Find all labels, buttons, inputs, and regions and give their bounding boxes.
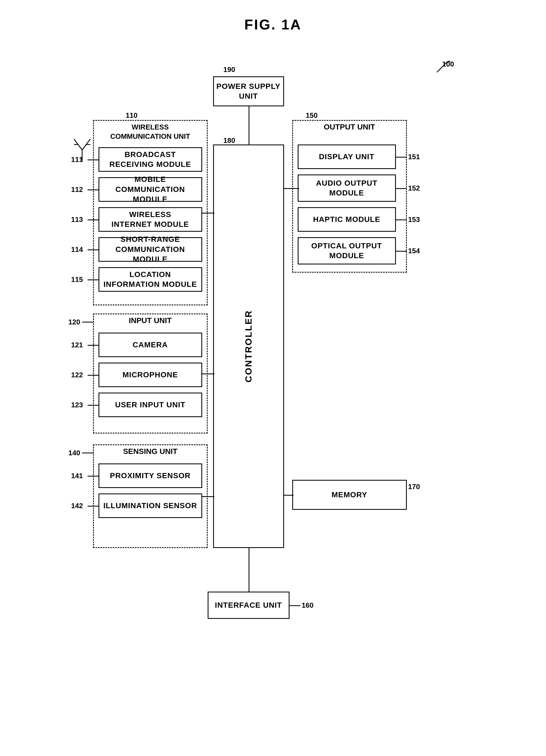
tick-113 — [88, 219, 98, 220]
label-111: 111 — [71, 155, 83, 164]
line-input-controller — [202, 374, 214, 374]
tick-141 — [88, 476, 98, 477]
tick-140 — [82, 453, 93, 453]
label-150: 150 — [306, 111, 318, 120]
svg-line-0 — [437, 61, 448, 72]
label-154: 154 — [408, 247, 420, 255]
label-110: 110 — [126, 111, 137, 120]
label-121: 121 — [71, 341, 83, 349]
tick-123 — [88, 405, 98, 406]
tick-154 — [396, 251, 407, 252]
label-112: 112 — [71, 185, 83, 194]
line-controller-output — [284, 188, 299, 189]
tick-160 — [290, 605, 301, 606]
line-controller-memory — [284, 495, 294, 496]
sensing-unit-label: SENSING UNIT — [96, 447, 205, 456]
tick-142 — [88, 506, 98, 507]
line-power-down — [248, 106, 249, 144]
illumination-box: ILLUMINATION SENSOR — [98, 493, 202, 518]
proximity-box: PROXIMITY SENSOR — [98, 463, 202, 488]
label-115: 115 — [71, 275, 83, 284]
label-152: 152 — [408, 184, 420, 192]
label-190: 190 — [223, 65, 235, 74]
wireless-internet-box: WIRELESSINTERNET MODULE — [98, 207, 202, 232]
label-120: 120 — [68, 318, 80, 326]
broadcast-box: BROADCASTRECEIVING MODULE — [98, 147, 202, 172]
output-unit-label: OUTPUT UNIT — [295, 123, 404, 131]
page-title: FIG. 1A — [0, 0, 546, 44]
label-153: 153 — [408, 215, 420, 224]
label-151: 151 — [408, 153, 420, 161]
label-142: 142 — [71, 502, 83, 510]
microphone-box: MICROPHONE — [98, 363, 202, 387]
label-114: 114 — [71, 245, 83, 254]
location-box: LOCATIONINFORMATION MODULE — [98, 267, 202, 292]
tick-112 — [88, 189, 98, 190]
tick-152 — [396, 188, 407, 189]
label-113: 113 — [71, 215, 83, 224]
input-unit-label: INPUT UNIT — [96, 316, 205, 325]
label-140: 140 — [68, 449, 80, 457]
line-wireless-controller — [202, 213, 214, 213]
tick-115 — [88, 279, 98, 280]
label-122: 122 — [71, 371, 83, 379]
label-123: 123 — [71, 401, 83, 409]
memory-box: MEMORY — [292, 480, 407, 510]
label-170: 170 — [408, 483, 420, 491]
power-supply-box: POWER SUPPLYUNIT — [213, 76, 284, 106]
label-160: 160 — [302, 601, 314, 610]
line-sensing-controller — [202, 496, 214, 497]
short-range-box: SHORT-RANGECOMMUNICATION MODULE — [98, 237, 202, 262]
tick-114 — [88, 249, 98, 250]
tick-120 — [82, 322, 93, 323]
tick-111 — [88, 159, 98, 160]
haptic-box: HAPTIC MODULE — [298, 207, 396, 232]
tick-121 — [88, 345, 98, 346]
audio-box: AUDIO OUTPUTMODULE — [298, 174, 396, 202]
camera-box: CAMERA — [98, 333, 202, 357]
label-141: 141 — [71, 472, 83, 480]
tick-122 — [88, 375, 98, 376]
user-input-box: USER INPUT UNIT — [98, 393, 202, 417]
controller-box: CONTROLLER — [213, 144, 284, 548]
interface-box: INTERFACE UNIT — [208, 592, 290, 619]
wireless-comm-label: WIRELESSCOMMUNICATION UNIT — [96, 123, 205, 141]
mobile-comm-box: MOBILECOMMUNICATION MODULE — [98, 177, 202, 202]
tick-151 — [396, 157, 407, 158]
optical-box: OPTICAL OUTPUTMODULE — [298, 237, 396, 264]
label-180: 180 — [223, 136, 235, 145]
tick-153 — [396, 219, 407, 220]
line-controller-interface — [248, 548, 249, 592]
display-box: DISPLAY UNIT — [298, 144, 396, 169]
